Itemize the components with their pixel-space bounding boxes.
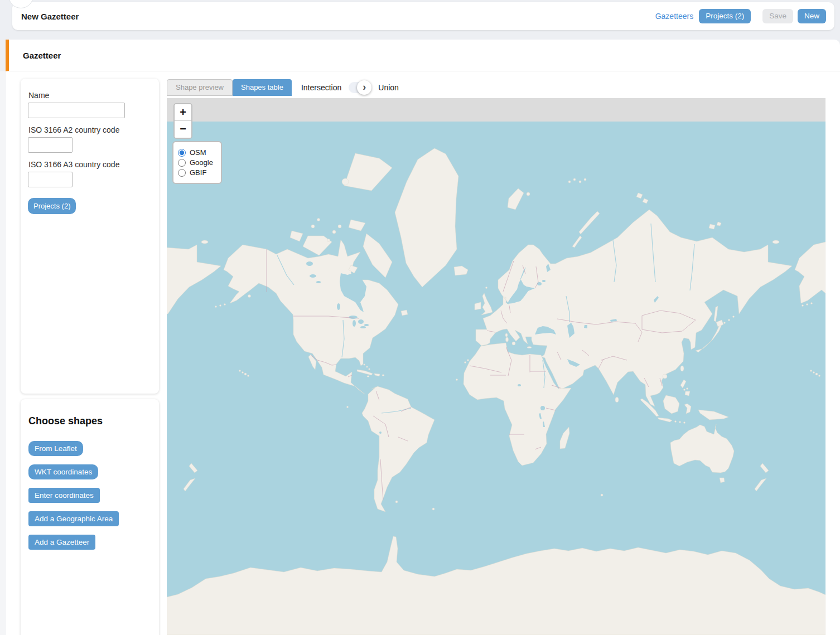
empty-tile-strip [167, 98, 825, 122]
iso-a3-label: ISO 3166 A3 country code [28, 160, 152, 169]
chevron-right-icon: › [363, 82, 366, 92]
gazetteers-link[interactable]: Gazetteers [655, 12, 693, 21]
header-bar: New Gazetteer Gazetteers Projects (2) Sa… [12, 2, 834, 30]
left-margin-strip [0, 71, 6, 635]
enter-coordinates-button[interactable]: Enter coordinates [28, 488, 100, 503]
choose-shapes-card: Choose shapes From Leaflet WKT coordinat… [21, 399, 159, 635]
tab-shapes-table[interactable]: Shapes table [233, 79, 292, 96]
layer-label-google: Google [190, 158, 213, 167]
toggle-knob[interactable]: › [357, 80, 371, 95]
new-button[interactable]: New [798, 9, 826, 23]
choose-shapes-title: Choose shapes [28, 415, 152, 427]
name-label: Name [28, 91, 152, 100]
map-container[interactable]: + − OSM Google GBIF [167, 98, 825, 635]
name-input[interactable] [28, 103, 125, 118]
layer-radio-osm[interactable] [178, 149, 186, 157]
union-label: Union [378, 83, 399, 92]
from-leaflet-button[interactable]: From Leaflet [28, 441, 83, 456]
section-title: Gazetteer [23, 51, 61, 60]
gazetteer-form-card: Name ISO 3166 A2 country code ISO 3166 A… [21, 79, 159, 394]
layer-label-osm: OSM [190, 148, 206, 157]
tab-shape-preview[interactable]: Shape preview [167, 79, 233, 96]
add-gazetteer-button[interactable]: Add a Gazetteer [28, 535, 95, 550]
layer-control: OSM Google GBIF [172, 141, 222, 184]
map-zoom-control: + − [173, 103, 192, 139]
zoom-out-button[interactable]: − [175, 121, 191, 138]
iso-a2-label: ISO 3166 A2 country code [28, 125, 152, 134]
iso-a2-input[interactable] [28, 137, 73, 153]
header-actions: Gazetteers Projects (2) Save New [655, 9, 826, 23]
layer-option-google[interactable]: Google [178, 158, 213, 167]
layer-label-gbif: GBIF [190, 168, 206, 177]
add-geographic-area-button[interactable]: Add a Geographic Area [28, 511, 119, 526]
section-header: Gazetteer [6, 40, 840, 71]
wkt-coordinates-button[interactable]: WKT coordinates [28, 464, 98, 479]
form-projects-button[interactable]: Projects (2) [28, 198, 76, 214]
map-tabs: Shape preview Shapes table Intersection … [167, 79, 825, 96]
layer-option-gbif[interactable]: GBIF [178, 168, 213, 177]
save-button[interactable]: Save [762, 9, 793, 23]
world-map[interactable] [167, 98, 825, 635]
projects-button[interactable]: Projects (2) [699, 9, 751, 23]
layer-radio-google[interactable] [178, 159, 186, 167]
intersection-label: Intersection [301, 83, 341, 92]
map-panel: Shape preview Shapes table Intersection … [167, 79, 825, 635]
zoom-in-button[interactable]: + [175, 104, 191, 121]
intersection-union-toggle[interactable]: › [349, 82, 370, 93]
page-title: New Gazetteer [21, 12, 79, 21]
layer-option-osm[interactable]: OSM [178, 148, 213, 157]
iso-a3-input[interactable] [28, 172, 73, 187]
layer-radio-gbif[interactable] [178, 169, 186, 177]
